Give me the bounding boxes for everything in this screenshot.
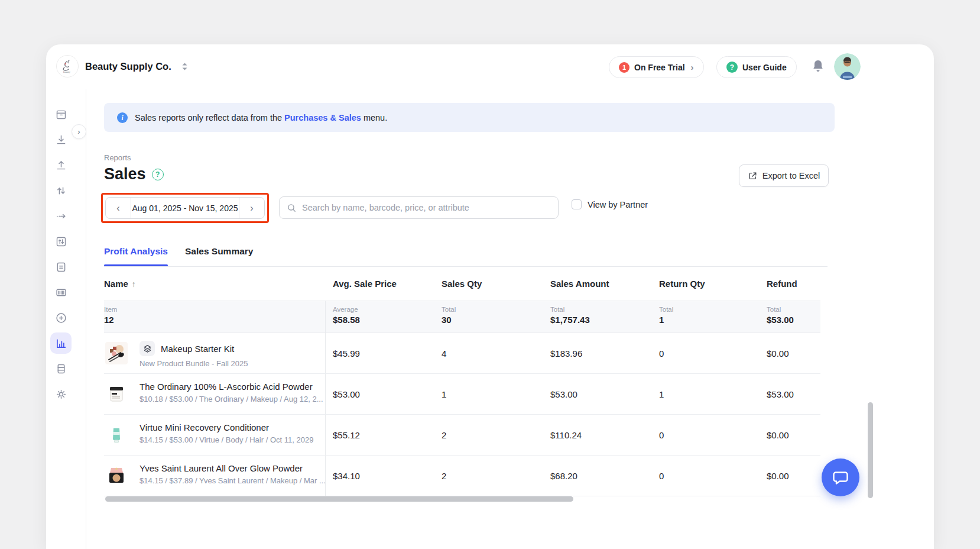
table-row[interactable]: Yves Saint Laurent All Over Glow Powder … (104, 456, 820, 496)
cell-return-qty: 0 (659, 430, 664, 440)
user-avatar[interactable] (834, 53, 861, 80)
search-box (279, 196, 559, 219)
cell-sales-amount: $110.24 (550, 430, 582, 440)
info-banner: i Sales reports only reflect data from t… (104, 103, 835, 132)
cell-return-qty: 0 (659, 348, 664, 359)
cell-sales-qty: 2 (442, 471, 446, 481)
summary-average: Average$58.58 (333, 306, 360, 325)
free-trial-button[interactable]: 1 On Free Trial › (609, 56, 704, 78)
page-title: Sales ? (104, 165, 164, 183)
table-row[interactable]: Makeup Starter Kit New Product Bundle - … (104, 333, 820, 374)
sidebar-item-purchases-in[interactable] (50, 129, 72, 150)
sidebar-item-database[interactable] (50, 358, 72, 379)
sidebar-item-barcode[interactable] (50, 282, 72, 303)
product-subtitle: $10.18 / $53.00 / The Ordinary / Makeup … (139, 395, 323, 403)
sidebar-item-notes[interactable] (50, 256, 72, 277)
sidebar-expand-button[interactable]: › (72, 124, 86, 139)
info-icon: i (117, 112, 128, 123)
transfer-arrows-icon (55, 185, 67, 197)
tab-sales-summary[interactable]: Sales Summary (185, 246, 253, 257)
product-name[interactable]: The Ordinary 100% L-Ascorbic Acid Powder (139, 382, 313, 392)
help-icon[interactable]: ? (152, 169, 164, 180)
purchases-sales-link[interactable]: Purchases & Sales (284, 113, 361, 122)
summary-total-qty: Total30 (442, 306, 456, 325)
column-header-sales-amount[interactable]: Sales Amount (550, 279, 609, 289)
summary-total-amount: Total$1,757.43 (550, 306, 590, 325)
package-icon (55, 108, 67, 121)
summary-item-count: Item12 (104, 306, 117, 325)
search-input[interactable] (302, 203, 551, 212)
cell-return-qty: 1 (659, 389, 664, 399)
chat-widget-button[interactable] (822, 458, 859, 496)
cell-sales-amount: $183.96 (550, 348, 582, 359)
cell-refund: $0.00 (767, 471, 789, 481)
partner-checkbox[interactable] (572, 199, 582, 209)
summary-row: Item12 Average$58.58 Total30 Total$1,757… (104, 301, 820, 333)
app-window: beauty Beauty Supply Co. 1 On Free Trial… (46, 44, 934, 549)
date-prev-button[interactable]: ‹ (106, 198, 131, 218)
cell-refund: $0.00 (767, 348, 789, 359)
cell-refund: $0.00 (767, 430, 789, 440)
arrow-right-dashed-icon (55, 210, 67, 222)
user-guide-label: User Guide (742, 63, 787, 72)
product-thumbnail (105, 464, 128, 487)
table-body: Makeup Starter Kit New Product Bundle - … (104, 333, 820, 496)
upload-icon (55, 159, 67, 172)
product-name[interactable]: Virtue Mini Recovery Conditioner (139, 422, 269, 432)
chevron-right-icon: › (691, 62, 694, 72)
sidebar-item-sales-out[interactable] (50, 154, 72, 176)
view-by-partner-toggle[interactable]: View by Partner (572, 199, 648, 209)
partner-label: View by Partner (588, 200, 648, 209)
database-icon (55, 363, 67, 375)
document-icon (55, 261, 67, 273)
cell-return-qty: 0 (659, 471, 664, 481)
table-row[interactable]: Virtue Mini Recovery Conditioner $14.15 … (104, 415, 820, 456)
date-range-picker[interactable]: ‹ Aug 01, 2025 - Nov 15, 2025 › (105, 197, 265, 219)
export-icon (748, 171, 758, 181)
barcode-icon (55, 286, 67, 299)
company-logo[interactable]: beauty (56, 55, 79, 77)
breadcrumb: Reports (104, 153, 131, 162)
trial-label: On Free Trial (634, 63, 685, 72)
summary-total-refund: Total$53.00 (767, 306, 794, 325)
sidebar-item-products[interactable] (50, 104, 72, 125)
gear-icon (55, 388, 67, 401)
company-switcher-icon[interactable] (181, 62, 189, 73)
table-row[interactable]: The Ordinary 100% L-Ascorbic Acid Powder… (104, 374, 820, 415)
cell-avg-sale-price: $53.00 (333, 389, 360, 399)
column-header-avg-sale-price[interactable]: Avg. Sale Price (333, 279, 397, 289)
cell-avg-sale-price: $55.12 (333, 430, 360, 440)
search-icon (287, 203, 297, 213)
date-range-value: Aug 01, 2025 - Nov 15, 2025 (131, 204, 239, 213)
logo-sketch-icon: beauty (59, 57, 76, 75)
vertical-scrollbar[interactable] (868, 402, 873, 498)
column-header-return-qty[interactable]: Return Qty (659, 279, 705, 289)
cell-avg-sale-price: $34.10 (333, 471, 360, 481)
sidebar-item-reports[interactable] (50, 332, 72, 354)
column-header-sales-qty[interactable]: Sales Qty (442, 279, 482, 289)
column-header-refund[interactable]: Refund (767, 279, 797, 289)
question-icon: ? (726, 62, 738, 73)
sidebar-item-stock-adjustment[interactable] (50, 231, 72, 252)
sidebar-item-transfer[interactable] (50, 180, 72, 201)
sidebar-item-add-new[interactable] (50, 307, 72, 328)
tab-profit-analysis[interactable]: Profit Analysis (104, 246, 168, 257)
notifications-bell-icon[interactable] (811, 59, 825, 75)
sort-ascending-icon[interactable]: ↑ (132, 279, 136, 289)
bar-chart-icon (55, 337, 67, 350)
product-name[interactable]: Yves Saint Laurent All Over Glow Powder (139, 463, 303, 473)
sidebar-item-dispatch[interactable] (50, 205, 72, 227)
export-to-excel-button[interactable]: Export to Excel (739, 164, 829, 187)
annotation-highlight-box: ‹ Aug 01, 2025 - Nov 15, 2025 › (101, 193, 269, 223)
sidebar-item-settings[interactable] (50, 383, 72, 405)
user-guide-button[interactable]: ? User Guide (716, 56, 797, 78)
product-subtitle: New Product Bundle - Fall 2025 (139, 359, 248, 368)
column-header-name[interactable]: Name↑ (104, 279, 136, 289)
company-name[interactable]: Beauty Supply Co. (85, 61, 171, 72)
product-subtitle: $14.15 / $53.00 / Virtue / Body / Hair /… (139, 435, 313, 444)
cell-sales-amount: $53.00 (550, 389, 577, 399)
date-next-button[interactable]: › (239, 198, 264, 218)
product-name[interactable]: Makeup Starter Kit (161, 344, 234, 354)
horizontal-scrollbar[interactable] (105, 496, 573, 502)
product-thumbnail (105, 383, 128, 405)
